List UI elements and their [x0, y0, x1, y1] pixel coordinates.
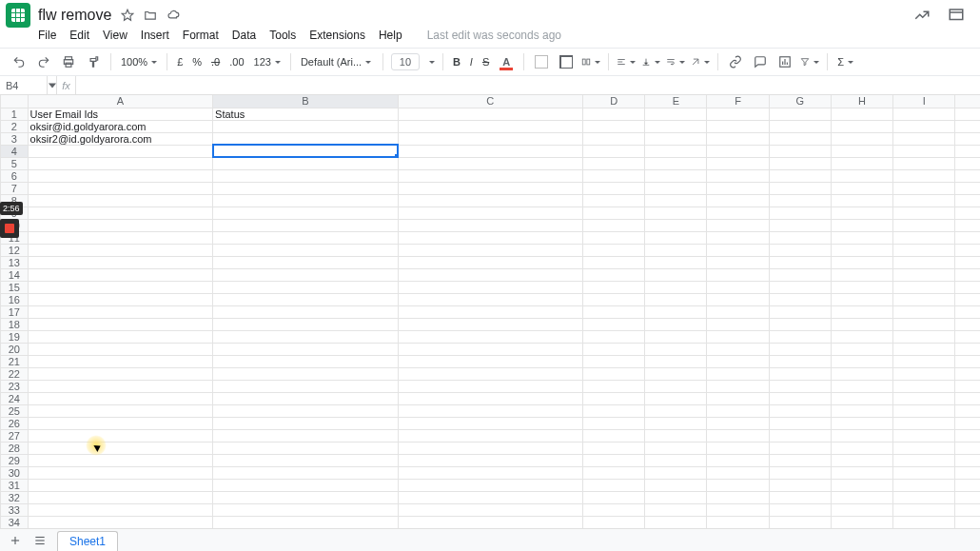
row-header-28[interactable]: 28 [1, 442, 29, 454]
cell-E16[interactable] [645, 293, 707, 305]
row-header-6[interactable]: 6 [1, 169, 29, 182]
cell-B16[interactable] [213, 293, 398, 305]
cell-I7[interactable] [893, 182, 955, 194]
cell-J19[interactable] [955, 330, 980, 343]
cell-I28[interactable] [893, 442, 955, 454]
col-header-C[interactable]: C [398, 95, 582, 108]
cell-H15[interactable] [831, 281, 892, 293]
cell-F29[interactable] [707, 454, 769, 466]
cell-J12[interactable] [955, 244, 980, 256]
cell-C15[interactable] [398, 281, 582, 293]
cell-D17[interactable] [583, 305, 645, 318]
row-header-1[interactable]: 1 [1, 108, 29, 120]
cell-I21[interactable] [893, 355, 955, 367]
cell-H23[interactable] [831, 380, 892, 392]
cell-I8[interactable] [893, 194, 955, 207]
cell-E32[interactable] [645, 491, 707, 503]
cell-E5[interactable] [645, 157, 707, 169]
cell-I33[interactable] [893, 503, 955, 516]
cell-D8[interactable] [583, 194, 645, 207]
cell-H11[interactable] [831, 231, 892, 244]
cell-I34[interactable] [893, 516, 955, 528]
cell-H5[interactable] [831, 157, 892, 169]
grid[interactable]: 2:56 ABCDEFGHIJKL1User Email IdsStatus2o… [0, 95, 980, 538]
cell-H18[interactable] [831, 318, 892, 330]
cell-F32[interactable] [707, 491, 769, 503]
cell-E20[interactable] [645, 343, 707, 355]
cell-F13[interactable] [707, 256, 769, 268]
cell-D24[interactable] [583, 392, 645, 404]
cell-B10[interactable] [213, 219, 398, 231]
cell-I9[interactable] [893, 207, 955, 219]
cell-F8[interactable] [707, 194, 769, 207]
row-header-7[interactable]: 7 [1, 182, 29, 194]
col-header-I[interactable]: I [893, 95, 955, 108]
cell-C18[interactable] [398, 318, 582, 330]
cell-J5[interactable] [955, 157, 980, 169]
cell-J6[interactable] [955, 169, 980, 182]
cell-D14[interactable] [583, 268, 645, 281]
row-header-12[interactable]: 12 [1, 244, 29, 256]
comment-icon[interactable] [751, 52, 770, 71]
cell-E12[interactable] [645, 244, 707, 256]
zoom-dropdown[interactable]: 100% [119, 52, 159, 71]
cell-G7[interactable] [769, 182, 831, 194]
cell-J10[interactable] [955, 219, 980, 231]
cell-J23[interactable] [955, 380, 980, 392]
h-align-dropdown[interactable] [617, 52, 636, 71]
cell-A5[interactable] [28, 157, 212, 169]
cell-H33[interactable] [831, 503, 892, 516]
cell-A25[interactable] [28, 404, 212, 417]
cell-F15[interactable] [707, 281, 769, 293]
cell-A7[interactable] [28, 182, 212, 194]
menu-view[interactable]: View [103, 29, 127, 42]
cell-C10[interactable] [398, 219, 582, 231]
cell-F10[interactable] [707, 219, 769, 231]
cell-G6[interactable] [769, 169, 831, 182]
cell-I26[interactable] [893, 417, 955, 429]
filter-dropdown[interactable] [800, 52, 819, 71]
cell-E22[interactable] [645, 367, 707, 380]
cell-C2[interactable] [398, 120, 582, 132]
cell-D3[interactable] [583, 132, 645, 145]
font-dropdown[interactable]: Default (Ari... [299, 52, 375, 71]
chart-icon[interactable] [775, 52, 794, 71]
cell-B11[interactable] [213, 231, 398, 244]
cell-E6[interactable] [645, 169, 707, 182]
cell-D7[interactable] [583, 182, 645, 194]
cell-C30[interactable] [398, 466, 582, 479]
cell-C26[interactable] [398, 417, 582, 429]
cell-I32[interactable] [893, 491, 955, 503]
activity-icon[interactable] [913, 7, 931, 24]
cell-H28[interactable] [831, 442, 892, 454]
cell-C23[interactable] [398, 380, 582, 392]
cell-H6[interactable] [831, 169, 892, 182]
cell-A18[interactable] [28, 318, 212, 330]
cell-F11[interactable] [707, 231, 769, 244]
cell-G26[interactable] [769, 417, 831, 429]
cell-H13[interactable] [831, 256, 892, 268]
cell-C8[interactable] [398, 194, 582, 207]
cell-B24[interactable] [213, 392, 398, 404]
cell-A16[interactable] [28, 293, 212, 305]
cell-A13[interactable] [28, 256, 212, 268]
borders-button[interactable] [557, 52, 576, 71]
cell-H29[interactable] [831, 454, 892, 466]
cell-D32[interactable] [583, 491, 645, 503]
col-header-H[interactable]: H [831, 95, 892, 108]
row-header-29[interactable]: 29 [1, 454, 29, 466]
cell-A32[interactable] [28, 491, 212, 503]
cell-H32[interactable] [831, 491, 892, 503]
italic-button[interactable]: I [468, 52, 475, 71]
cell-D10[interactable] [583, 219, 645, 231]
cell-C14[interactable] [398, 268, 582, 281]
cell-F21[interactable] [707, 355, 769, 367]
cell-I29[interactable] [893, 454, 955, 466]
cell-D11[interactable] [583, 231, 645, 244]
cell-B6[interactable] [213, 169, 398, 182]
cell-A14[interactable] [28, 268, 212, 281]
cell-F34[interactable] [707, 516, 769, 528]
cell-E24[interactable] [645, 392, 707, 404]
cell-B22[interactable] [213, 367, 398, 380]
cell-I11[interactable] [893, 231, 955, 244]
